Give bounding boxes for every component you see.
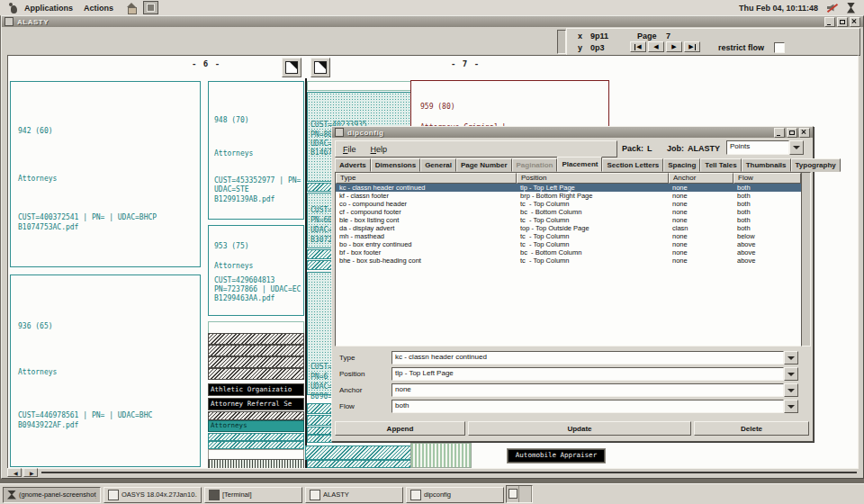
next-page-button[interactable]: ▶ [666,41,682,52]
ad-placeholder[interactable] [208,368,304,380]
anchor-combobox[interactable]: none [392,383,798,397]
taskbar-item[interactable]: (gnome-panel-screenshot) [3,487,101,503]
minimize-button[interactable] [774,128,785,138]
chevron-down-icon[interactable] [784,367,798,381]
tab[interactable]: General [420,158,456,172]
delete-button[interactable]: Delete [694,421,809,436]
table-scrollbar[interactable] [801,172,811,346]
heading-attorneys[interactable]: Attorneys [208,420,304,432]
restrict-flow-checkbox[interactable] [774,42,785,53]
ad-box-953[interactable]: 953 (75) Attorneys CUST=429604813 PN=723… [208,225,304,316]
menu-help[interactable]: Help [364,145,395,154]
ad-placeholder-stripes[interactable] [208,459,304,469]
update-button[interactable]: Update [468,421,691,436]
menu-file[interactable]: File [336,145,364,154]
empty-slot[interactable] [307,81,412,91]
taskbar-item[interactable]: dipconfig [406,487,504,503]
chevron-down-icon[interactable] [784,400,798,413]
flow-combobox[interactable]: both [392,400,798,413]
tab[interactable]: Section Letters [602,158,663,172]
anchor-value[interactable]: none [392,383,784,397]
ad-placeholder[interactable] [208,333,304,345]
maximize-button[interactable] [837,17,848,27]
position-value[interactable]: tlp - Top Left Page [392,367,784,381]
heading-athletic[interactable]: Athletic Organizatio [208,383,304,396]
hscroll-right-button[interactable]: ▶ [23,468,38,477]
table-row[interactable]: kf - classn footer brp - Bottom Right Pa… [336,192,801,200]
ad-placeholder[interactable] [208,345,304,356]
table-row[interactable]: ble - box listing cont tc - Top Column n… [336,216,801,224]
page-corner-button-left[interactable] [282,58,302,77]
table-row[interactable]: kc - classn header continued tlp - Top L… [336,184,801,192]
table-row[interactable]: da - display advert top - Top Outside Pa… [336,224,801,232]
volume-muted-icon[interactable] [826,3,839,14]
dialog-titlebar[interactable]: dipconfig [332,127,813,138]
ad-placeholder-teal[interactable] [208,433,304,441]
ad-placeholder-stripes-green[interactable] [410,443,472,468]
table-row[interactable]: cf - compound footer bc - Bottom Column … [336,208,801,216]
ad-placeholder[interactable] [208,356,304,368]
screenshot-launcher-icon[interactable] [143,1,158,14]
tab[interactable]: Dimensions [371,158,420,172]
menu-applications[interactable]: Applications [19,4,78,13]
hscroll-track[interactable] [41,472,857,473]
heading-automobile[interactable]: Automobile Appraiser [508,449,605,463]
page-corner-button-right[interactable] [310,58,330,77]
maximize-button[interactable] [787,128,797,138]
header-flow[interactable]: Flow [734,173,801,184]
tab[interactable]: Pagination [512,158,558,172]
table-row[interactable]: bo - box entry continued tc - Top Column… [336,240,801,248]
type-value[interactable]: kc - classn header continued [392,351,784,364]
flow-value[interactable]: both [392,400,784,413]
units-combobox[interactable]: Points [726,140,804,155]
table-row[interactable]: bhe - box sub-heading cont tc - Top Colu… [336,256,801,265]
tab[interactable]: Thumbnails [742,158,791,172]
ad-box-942[interactable]: 942 (60) Attorneys CUST=400372541 | PN= … [10,81,201,267]
gnome-menu-icon[interactable] [9,3,19,14]
ad-placeholder-teal[interactable] [208,441,304,449]
alasty-titlebar[interactable]: ALASTY [2,16,863,27]
tab[interactable]: Spacing [663,158,700,172]
chevron-down-icon[interactable] [784,351,798,364]
home-launcher-icon[interactable] [126,3,138,13]
ad-box-948[interactable]: 948 (70) Attorneys CUST=453352977 | PN= … [208,81,304,220]
close-button[interactable] [799,128,810,138]
taskbar-item[interactable]: [Terminal] [204,487,302,503]
tab[interactable]: Tell Tales [700,158,741,172]
position-combobox[interactable]: tlp - Top Left Page [392,367,798,381]
ad-placeholder-teal-wide[interactable] [305,446,416,460]
type-combobox[interactable]: kc - classn header continued [392,351,798,364]
heading-attorney-referral[interactable]: Attorney Referral Se [208,398,304,410]
menu-actions[interactable]: Actions [78,4,119,13]
minimize-button[interactable] [824,17,835,27]
taskbar-item[interactable]: ALASTY [305,487,403,503]
ad-placeholder-teal[interactable] [307,460,412,468]
first-page-button[interactable]: ◀ [630,41,646,52]
workspace-1[interactable] [507,486,519,502]
workspace-2[interactable] [519,486,532,502]
header-position[interactable]: Position [517,173,669,184]
workspace-switcher[interactable] [506,485,533,503]
table-row[interactable]: co - compound header tc - Top Column non… [336,200,801,208]
prev-page-button[interactable]: ◀ [648,41,664,52]
chevron-down-icon[interactable] [789,140,804,155]
table-row[interactable]: bf - box footer bc - Bottom Column none … [336,248,801,256]
tab[interactable]: Adverts [335,158,371,172]
taskbar-item[interactable]: OASYS 18.04x.27Jan10.212: [104,487,202,503]
hscroll-left-button[interactable]: ◀ [7,468,22,477]
panel-clock[interactable]: Thu Feb 04, 10:11:48 [739,4,818,13]
last-page-button[interactable]: ▶ [684,41,700,52]
header-anchor[interactable]: Anchor [669,173,734,184]
chevron-down-icon[interactable] [784,383,798,397]
append-button[interactable]: Append [335,421,465,436]
table-row[interactable]: mh - masthead tc - Top Column none below [336,232,801,240]
tab[interactable]: Typography [791,158,841,172]
ad-placeholder[interactable] [208,411,304,420]
empty-slot[interactable] [208,321,304,334]
header-type[interactable]: Type [336,173,517,184]
ad-box-936[interactable]: 936 (65) Attorneys CUST=446978561 | PN= … [10,274,201,467]
units-value[interactable]: Points [726,140,789,155]
close-button[interactable] [850,17,860,27]
tab[interactable]: Placement [557,157,602,172]
tab[interactable]: Page Number [456,158,512,172]
